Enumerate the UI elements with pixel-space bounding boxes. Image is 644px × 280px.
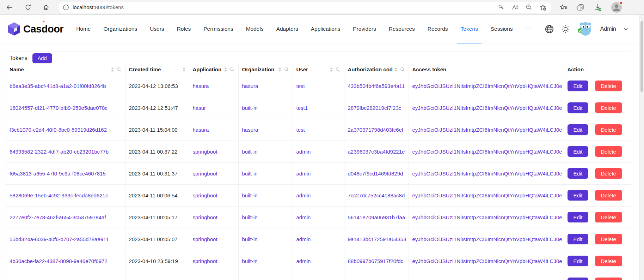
add-favorite-icon[interactable] bbox=[539, 4, 546, 11]
column-header-organization[interactable]: Organization bbox=[238, 64, 293, 75]
token-name-link[interactable]: f65a3813-a655-47f0-9c9a-f08ce4607815 bbox=[10, 171, 106, 177]
access-token-link[interactable]: eyJhbGciOiJSUzI1NiIsImtpZCI6ImNlcnQtYnVp… bbox=[412, 236, 562, 242]
home-icon[interactable] bbox=[40, 1, 52, 13]
sort-icon[interactable] bbox=[224, 67, 227, 72]
edit-button[interactable]: Edit bbox=[568, 190, 589, 201]
user-link[interactable]: admin bbox=[296, 258, 311, 264]
nav-item-providers[interactable]: Providers bbox=[349, 15, 379, 43]
nav-item-applications[interactable]: Applications bbox=[307, 15, 344, 43]
authorization-code-link[interactable]: 9a1413bc172591a64353 bbox=[348, 236, 406, 242]
delete-button[interactable]: Delete bbox=[595, 81, 622, 91]
sort-icon[interactable] bbox=[183, 67, 185, 72]
search-icon[interactable] bbox=[230, 67, 235, 72]
nav-item-models[interactable]: Models bbox=[243, 15, 267, 43]
theme-sun-icon[interactable] bbox=[561, 25, 570, 34]
organization-link[interactable]: built-in bbox=[242, 149, 258, 155]
column-header-application[interactable]: Application bbox=[189, 64, 238, 75]
user-link[interactable]: admin bbox=[296, 149, 311, 155]
application-link[interactable]: springboot bbox=[193, 214, 217, 220]
delete-button[interactable]: Delete bbox=[595, 146, 622, 157]
user-avatar[interactable] bbox=[577, 21, 593, 37]
organization-link[interactable]: hasura bbox=[242, 83, 258, 89]
browser-profile-avatar[interactable] bbox=[611, 2, 622, 13]
language-globe-icon[interactable] bbox=[545, 24, 554, 34]
refresh-icon[interactable] bbox=[22, 1, 34, 13]
edit-button[interactable]: Edit bbox=[568, 102, 589, 113]
token-name-link[interactable]: 5828069e-15eb-4c92-933c-fecda8ed621c bbox=[10, 192, 108, 198]
read-aloud-icon[interactable] bbox=[511, 4, 519, 11]
sort-icon[interactable] bbox=[394, 67, 397, 72]
access-token-link[interactable]: eyJhbGciOiJSUzI1NiIsImtpZCI6ImNlcnQtYnVp… bbox=[412, 127, 562, 133]
authorization-code-link[interactable]: 433b504b4f6a593e4a11 bbox=[348, 83, 405, 89]
user-link[interactable]: admin bbox=[296, 192, 311, 198]
nav-item-adapters[interactable]: Adapters bbox=[273, 15, 302, 43]
edit-button[interactable]: Edit bbox=[568, 256, 589, 266]
zoom-out-icon[interactable] bbox=[526, 4, 532, 11]
casdoor-logo[interactable]: Casd✶oor bbox=[8, 22, 63, 36]
favorites-icon[interactable] bbox=[560, 4, 568, 11]
nav-item-[interactable]: ⋯ bbox=[522, 15, 535, 43]
nav-item-roles[interactable]: Roles bbox=[173, 15, 195, 43]
edit-button[interactable]: Edit bbox=[568, 168, 589, 179]
token-name-link[interactable]: 64993582-2322-4df7-ab20-cb23201bc77b bbox=[10, 149, 109, 155]
access-token-link[interactable]: eyJhbGciOiJSUzI1NiIsImtpZCI6ImNlcnQtYnVp… bbox=[412, 171, 562, 177]
user-link[interactable]: admin bbox=[296, 171, 311, 177]
application-link[interactable]: springboot bbox=[193, 236, 217, 242]
search-icon[interactable] bbox=[400, 67, 405, 72]
nav-item-records[interactable]: Records bbox=[424, 15, 452, 43]
token-name-link[interactable]: 4b30acbe-fa22-4387-8098-9a46e70f6972 bbox=[10, 258, 108, 264]
user-link[interactable]: admin bbox=[296, 214, 311, 220]
token-name-link[interactable]: f3cb1070-c2d4-40f0-8bc0-59919d26d162 bbox=[10, 127, 107, 133]
user-link[interactable]: test bbox=[296, 83, 305, 89]
address-bar[interactable]: localhost:8000/tokens bbox=[59, 2, 551, 13]
access-token-link[interactable]: eyJhbGciOiJSUzI1NiIsImtpZCI6ImNlcnQtYnVp… bbox=[412, 192, 562, 198]
delete-button[interactable]: Delete bbox=[595, 234, 622, 244]
nav-item-home[interactable]: Home bbox=[73, 15, 94, 43]
nav-item-organizations[interactable]: Organizations bbox=[100, 15, 141, 43]
organization-link[interactable]: built-in bbox=[242, 192, 258, 198]
downloads-icon[interactable] bbox=[594, 3, 602, 12]
application-link[interactable]: springboot bbox=[193, 171, 217, 177]
delete-button[interactable]: Delete bbox=[595, 212, 622, 222]
edit-button[interactable]: Edit bbox=[568, 146, 589, 157]
authorization-code-link[interactable]: 2a370971798d403fc6ef bbox=[348, 127, 404, 133]
column-header-name[interactable]: Name bbox=[6, 64, 125, 75]
access-token-link[interactable]: eyJhbGciOiJSUzI1NiIsImtpZCI6ImNlcnQtYnVp… bbox=[412, 214, 562, 220]
delete-button[interactable]: Delete bbox=[595, 124, 622, 135]
user-link[interactable]: test bbox=[296, 127, 305, 133]
nav-item-users[interactable]: Users bbox=[146, 15, 167, 43]
search-icon[interactable] bbox=[336, 67, 341, 72]
authorization-code-link[interactable]: 7cc27dc752cc4188ac8d bbox=[348, 192, 405, 198]
application-link[interactable]: hasur bbox=[193, 105, 206, 111]
scrollbar-thumb[interactable] bbox=[640, 21, 643, 92]
authorization-code-link[interactable]: a2396037c3ba4fd9221e bbox=[348, 149, 405, 155]
organization-link[interactable]: built-in bbox=[242, 105, 258, 111]
delete-button[interactable]: Delete bbox=[595, 102, 622, 113]
access-token-link[interactable]: eyJhbGciOiJSUzI1NiIsImtpZCI6ImNlcnQtYnVp… bbox=[412, 105, 562, 111]
organization-link[interactable]: hasura bbox=[242, 127, 258, 133]
application-link[interactable]: springboot bbox=[193, 149, 217, 155]
nav-item-sessions[interactable]: Sessions bbox=[487, 15, 516, 43]
sort-icon[interactable] bbox=[278, 67, 281, 72]
authorization-code-link[interactable]: 88b0997b675917f20fdc bbox=[348, 258, 404, 264]
authorization-code-link[interactable]: 56141e709a06931b7faa bbox=[348, 214, 405, 220]
access-token-link[interactable]: eyJhbGciOiJSUzI1NiIsImtpZCI6ImNlcnQtYnVp… bbox=[412, 258, 562, 264]
token-name-link[interactable]: 16024557-df21-4779-bfb9-959e5dae078c bbox=[10, 105, 108, 111]
organization-link[interactable]: built-in bbox=[242, 236, 258, 242]
user-link[interactable]: test1 bbox=[296, 105, 308, 111]
access-token-link[interactable]: eyJhbGciOiJSUzI1NiIsImtpZCI6ImNlcnQtYnVp… bbox=[412, 149, 562, 155]
password-key-icon[interactable] bbox=[498, 4, 504, 11]
nav-item-permissions[interactable]: Permissions bbox=[200, 15, 237, 43]
organization-link[interactable]: built-in bbox=[242, 214, 258, 220]
back-icon[interactable] bbox=[4, 1, 16, 13]
column-header-authorization-code[interactable]: Authorization code bbox=[344, 64, 409, 75]
user-name[interactable]: Admin bbox=[600, 26, 616, 32]
column-header-user[interactable]: User bbox=[293, 64, 344, 75]
authorization-code-link[interactable]: 2879fbc282019cf7f23c bbox=[348, 105, 401, 111]
application-link[interactable]: hasura bbox=[193, 83, 209, 89]
edit-button[interactable]: Edit bbox=[568, 212, 589, 222]
delete-button[interactable]: Delete bbox=[595, 278, 622, 280]
application-link[interactable]: springboot bbox=[193, 258, 217, 264]
collections-icon[interactable] bbox=[577, 4, 584, 11]
nav-item-tokens[interactable]: Tokens bbox=[457, 15, 482, 43]
